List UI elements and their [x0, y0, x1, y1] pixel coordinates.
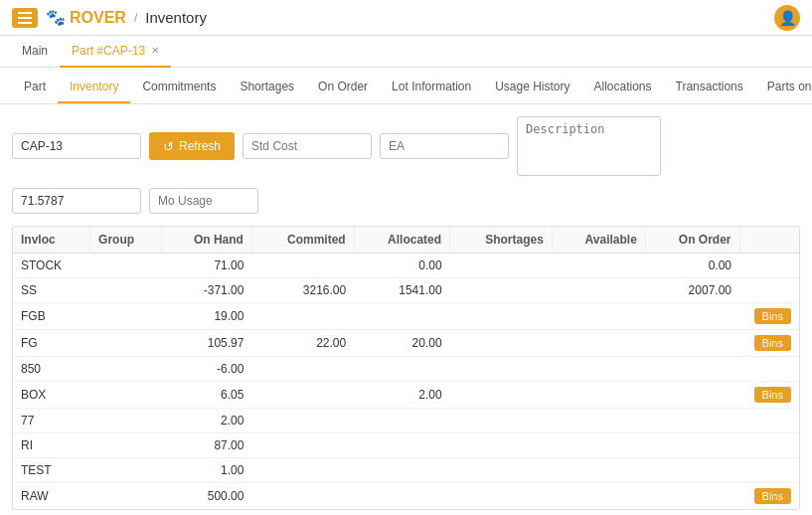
std-cost-input[interactable] — [243, 133, 372, 159]
bins-button[interactable]: Bins — [754, 387, 791, 403]
cell-bins — [739, 409, 799, 433]
cell-bins — [739, 458, 799, 483]
cell-commited — [251, 254, 354, 278]
cell-on-hand: 6.05 — [162, 382, 252, 409]
cell-invloc: RAW — [13, 483, 90, 510]
cell-available — [552, 483, 645, 510]
value1-input[interactable] — [12, 188, 141, 214]
cell-available — [552, 330, 645, 357]
cell-on-order — [645, 330, 739, 357]
cell-group — [90, 254, 162, 278]
cell-group — [90, 433, 162, 458]
mo-usage-input[interactable] — [149, 188, 258, 214]
table-row: RI 87.00 — [13, 433, 799, 458]
tab-close-icon[interactable]: ✕ — [151, 45, 159, 56]
cell-on-hand: 2.00 — [162, 409, 252, 433]
cell-invloc: RI — [13, 433, 90, 458]
refresh-button[interactable]: ↺ Refresh — [149, 132, 235, 160]
cell-shortages — [450, 303, 553, 330]
cell-on-order — [645, 357, 739, 382]
cell-allocated: 20.00 — [354, 330, 449, 357]
sub-tab-allocations[interactable]: Allocations — [582, 76, 664, 103]
table-row: FG 105.97 22.00 20.00 Bins — [13, 330, 799, 357]
cell-bins[interactable]: Bins — [739, 483, 799, 510]
cell-commited — [251, 409, 354, 433]
cell-bins — [739, 278, 799, 303]
main-tabs: Main Part #CAP-13 ✕ — [0, 36, 812, 68]
cell-bins[interactable]: Bins — [739, 330, 799, 357]
cell-allocated: 0.00 — [354, 254, 449, 278]
bins-button[interactable]: Bins — [754, 488, 791, 504]
col-available: Available — [552, 227, 645, 254]
cell-allocated — [354, 409, 449, 433]
table-row: 850 -6.00 — [13, 357, 799, 382]
hamburger-button[interactable] — [12, 8, 38, 28]
cell-commited — [251, 303, 354, 330]
cell-shortages — [450, 433, 553, 458]
col-commited: Commited — [251, 227, 354, 254]
cell-bins — [739, 433, 799, 458]
table-header-row: Invloc Group On Hand Commited Allocated … — [13, 227, 799, 254]
cell-on-hand: 19.00 — [162, 303, 252, 330]
bins-button[interactable]: Bins — [754, 308, 791, 324]
cell-group — [90, 303, 162, 330]
sub-tab-usage-history[interactable]: Usage History — [483, 76, 581, 103]
bins-button[interactable]: Bins — [754, 335, 791, 351]
tab-part-cap13[interactable]: Part #CAP-13 ✕ — [60, 36, 171, 68]
table-row: SS -371.00 3216.00 1541.00 2007.00 — [13, 278, 799, 303]
cell-available — [552, 254, 645, 278]
ea-input[interactable] — [380, 133, 509, 159]
cell-available — [552, 357, 645, 382]
cell-commited: 22.00 — [251, 330, 354, 357]
col-shortages: Shortages — [450, 227, 553, 254]
cell-shortages — [450, 330, 553, 357]
cell-group — [90, 409, 162, 433]
app-subtitle: Inventory — [145, 9, 207, 26]
inventory-table: Invloc Group On Hand Commited Allocated … — [13, 227, 799, 509]
cell-allocated — [354, 303, 449, 330]
sub-tab-lot-information[interactable]: Lot Information — [380, 76, 483, 103]
cell-commited — [251, 382, 354, 409]
cell-invloc: 77 — [13, 409, 90, 433]
cell-invloc: TEST — [13, 458, 90, 483]
cell-shortages — [450, 458, 553, 483]
cell-allocated — [354, 433, 449, 458]
cell-group — [90, 278, 162, 303]
col-invloc: Invloc — [13, 227, 90, 254]
part-number-input[interactable] — [12, 133, 141, 159]
logo-text: ROVER — [70, 9, 126, 27]
sub-tab-inventory[interactable]: Inventory — [58, 76, 130, 103]
user-avatar[interactable]: 👤 — [774, 5, 800, 31]
cell-on-order — [645, 303, 739, 330]
col-allocated: Allocated — [354, 227, 449, 254]
top-header: 🐾 ROVER / Inventory 👤 — [0, 0, 812, 36]
cell-bins[interactable]: Bins — [739, 382, 799, 409]
sub-tab-parts-on-quote[interactable]: Parts on Quote — [755, 76, 812, 103]
sub-tab-commitments[interactable]: Commitments — [130, 76, 228, 103]
sub-tab-on-order[interactable]: On Order — [306, 76, 380, 103]
table-row: BOX 6.05 2.00 Bins — [13, 382, 799, 409]
form-area: ↺ Refresh — [0, 104, 812, 226]
cell-bins[interactable]: Bins — [739, 303, 799, 330]
refresh-icon: ↺ — [163, 139, 174, 154]
cell-available — [552, 458, 645, 483]
sub-tab-part[interactable]: Part — [12, 76, 58, 103]
cell-invloc: 850 — [13, 357, 90, 382]
inventory-table-container: Invloc Group On Hand Commited Allocated … — [12, 226, 800, 510]
cell-on-hand: -6.00 — [162, 357, 252, 382]
col-on-hand: On Hand — [162, 227, 252, 254]
description-input[interactable] — [517, 116, 661, 176]
cell-allocated — [354, 458, 449, 483]
cell-group — [90, 330, 162, 357]
title-separator: / — [134, 11, 137, 25]
sub-tab-shortages[interactable]: Shortages — [228, 76, 306, 103]
sub-tab-transactions[interactable]: Transactions — [664, 76, 755, 103]
cell-available — [552, 409, 645, 433]
cell-shortages — [450, 254, 553, 278]
cell-on-order: 0.00 — [645, 254, 739, 278]
cell-available — [552, 303, 645, 330]
cell-commited: 3216.00 — [251, 278, 354, 303]
tab-main[interactable]: Main — [10, 36, 60, 68]
cell-shortages — [450, 382, 553, 409]
cell-shortages — [450, 357, 553, 382]
